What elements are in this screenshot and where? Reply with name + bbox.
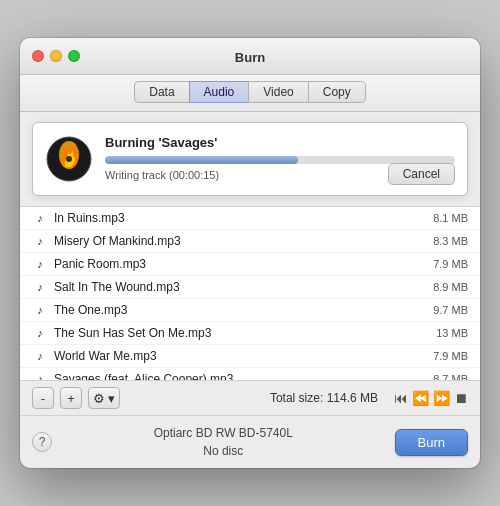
maximize-button[interactable] (68, 50, 80, 62)
close-button[interactable] (32, 50, 44, 62)
tab-bar: Data Audio Video Copy (20, 75, 480, 112)
music-icon: ♪ (32, 371, 48, 381)
list-item: ♪ Misery Of Mankind.mp3 8.3 MB (20, 230, 480, 253)
file-name: Misery Of Mankind.mp3 (54, 234, 427, 248)
title-bar: Burn (20, 38, 480, 75)
list-item: ♪ The One.mp3 9.7 MB (20, 299, 480, 322)
burn-button[interactable]: Burn (395, 429, 468, 456)
tab-video[interactable]: Video (248, 81, 307, 103)
music-icon: ♪ (32, 210, 48, 226)
minimize-button[interactable] (50, 50, 62, 62)
file-size: 8.9 MB (433, 281, 468, 293)
file-size: 8.1 MB (433, 212, 468, 224)
burn-progress-panel: Burning 'Savages' Writing track (00:00:1… (32, 122, 468, 196)
file-name: In Ruins.mp3 (54, 211, 427, 225)
tab-audio[interactable]: Audio (189, 81, 249, 103)
prev-button[interactable]: ⏪ (412, 391, 429, 405)
drive-status: No disc (62, 442, 385, 460)
next-button[interactable]: ⏩ (433, 391, 450, 405)
list-item: ♪ Savages (feat. Alice Cooper).mp3 8.7 M… (20, 368, 480, 381)
main-window: Burn Data Audio Video Copy (20, 38, 480, 468)
drive-info: Optiarc BD RW BD-5740L No disc (62, 424, 385, 460)
music-icon: ♪ (32, 325, 48, 341)
remove-button[interactable]: - (32, 387, 54, 409)
file-name: Panic Room.mp3 (54, 257, 427, 271)
music-icon: ♪ (32, 348, 48, 364)
list-item: ♪ In Ruins.mp3 8.1 MB (20, 207, 480, 230)
stop-button[interactable]: ⏹ (454, 391, 468, 405)
file-size: 9.7 MB (433, 304, 468, 316)
add-button[interactable]: + (60, 387, 82, 409)
tab-data[interactable]: Data (134, 81, 188, 103)
bottom-bar: ? Optiarc BD RW BD-5740L No disc Burn (20, 416, 480, 468)
file-size: 13 MB (436, 327, 468, 339)
drive-name: Optiarc BD RW BD-5740L (62, 424, 385, 442)
file-size: 8.3 MB (433, 235, 468, 247)
music-icon: ♪ (32, 279, 48, 295)
file-size: 7.9 MB (433, 258, 468, 270)
music-icon: ♪ (32, 233, 48, 249)
cancel-button[interactable]: Cancel (388, 163, 455, 185)
music-icon: ♪ (32, 256, 48, 272)
list-item: ♪ Panic Room.mp3 7.9 MB (20, 253, 480, 276)
file-size: 7.9 MB (433, 350, 468, 362)
file-name: Salt In The Wound.mp3 (54, 280, 427, 294)
file-name: World War Me.mp3 (54, 349, 427, 363)
traffic-lights (32, 50, 80, 62)
tab-copy[interactable]: Copy (308, 81, 366, 103)
music-icon: ♪ (32, 302, 48, 318)
disc-icon (45, 135, 93, 183)
file-name: The One.mp3 (54, 303, 427, 317)
gear-button[interactable]: ⚙ ▾ (88, 387, 120, 409)
rewind-button[interactable]: ⏮ (394, 391, 408, 405)
progress-bar-fill (105, 156, 298, 164)
file-size: 8.7 MB (433, 373, 468, 381)
toolbar: - + ⚙ ▾ Total size: 114.6 MB ⏮ ⏪ ⏩ ⏹ (20, 381, 480, 416)
svg-point-5 (66, 156, 72, 162)
list-item: ♪ World War Me.mp3 7.9 MB (20, 345, 480, 368)
burning-title: Burning 'Savages' (105, 135, 455, 150)
playback-controls: ⏮ ⏪ ⏩ ⏹ (394, 391, 468, 405)
file-name: The Sun Has Set On Me.mp3 (54, 326, 430, 340)
file-name: Savages (feat. Alice Cooper).mp3 (54, 372, 427, 381)
help-button[interactable]: ? (32, 432, 52, 452)
total-size-label: Total size: 114.6 MB (270, 391, 378, 405)
file-list: ♪ In Ruins.mp3 8.1 MB ♪ Misery Of Mankin… (20, 206, 480, 381)
list-item: ♪ Salt In The Wound.mp3 8.9 MB (20, 276, 480, 299)
list-item: ♪ The Sun Has Set On Me.mp3 13 MB (20, 322, 480, 345)
window-title: Burn (235, 50, 265, 65)
